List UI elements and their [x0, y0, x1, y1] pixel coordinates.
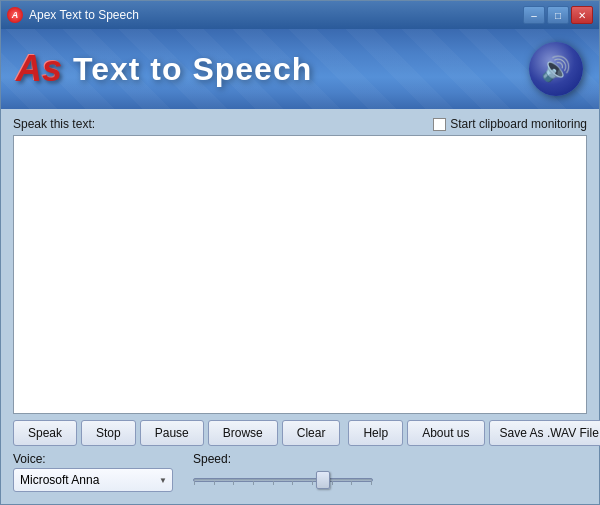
speed-slider-track	[193, 470, 373, 490]
bottom-controls-row: Voice: Microsoft Anna Microsoft Sam Micr…	[13, 452, 587, 496]
tick-4	[253, 481, 254, 485]
window-title: Apex Text to Speech	[29, 8, 139, 22]
speak-label: Speak this text:	[13, 117, 95, 131]
stop-button[interactable]: Stop	[81, 420, 136, 446]
text-area-section: Speak this text: Start clipboard monitor…	[13, 117, 587, 414]
tick-2	[214, 481, 215, 485]
title-bar-left: A Apex Text to Speech	[7, 7, 139, 23]
voice-label: Voice:	[13, 452, 173, 466]
speed-section: Speed:	[193, 452, 587, 492]
tick-6	[292, 481, 293, 485]
title-bar: A Apex Text to Speech – □ ✕	[1, 1, 599, 29]
minimize-button[interactable]: –	[523, 6, 545, 24]
text-input-wrapper	[13, 135, 587, 414]
speed-slider-ticks	[194, 481, 372, 485]
speaker-circle: 🔊	[529, 42, 583, 96]
tick-5	[273, 481, 274, 485]
logo-area: As Text to Speech	[17, 47, 312, 91]
voice-section: Voice: Microsoft Anna Microsoft Sam Micr…	[13, 452, 173, 492]
speak-button[interactable]: Speak	[13, 420, 77, 446]
pause-button[interactable]: Pause	[140, 420, 204, 446]
logo-icon: As	[17, 47, 61, 91]
app-window: A Apex Text to Speech – □ ✕ As Text to S…	[0, 0, 600, 505]
tick-3	[233, 481, 234, 485]
speaker-icon: 🔊	[541, 55, 571, 83]
help-button[interactable]: Help	[348, 420, 403, 446]
main-content: Speak this text: Start clipboard monitor…	[1, 109, 599, 504]
app-title: Text to Speech	[73, 51, 312, 88]
clipboard-checkbox[interactable]	[433, 118, 446, 131]
app-header: As Text to Speech 🔊	[1, 29, 599, 109]
tick-10	[371, 481, 372, 485]
about-us-button[interactable]: About us	[407, 420, 484, 446]
maximize-button[interactable]: □	[547, 6, 569, 24]
close-button[interactable]: ✕	[571, 6, 593, 24]
save-wav-button[interactable]: Save As .WAV File	[489, 420, 600, 446]
tick-1	[194, 481, 195, 485]
clear-button[interactable]: Clear	[282, 420, 341, 446]
speed-slider-thumb[interactable]	[316, 471, 330, 489]
speed-label: Speed:	[193, 452, 587, 466]
speed-slider-container	[193, 468, 587, 492]
text-area-header: Speak this text: Start clipboard monitor…	[13, 117, 587, 131]
clipboard-monitoring[interactable]: Start clipboard monitoring	[433, 117, 587, 131]
tick-9	[351, 481, 352, 485]
browse-button[interactable]: Browse	[208, 420, 278, 446]
window-controls: – □ ✕	[523, 6, 593, 24]
tick-7	[312, 481, 313, 485]
speed-slider-rail	[193, 478, 373, 482]
logo-letters: As	[16, 51, 62, 87]
action-buttons-row: Speak Stop Pause Browse Clear Help About…	[13, 420, 587, 446]
speak-text-input[interactable]	[14, 136, 586, 413]
voice-dropdown[interactable]: Microsoft Anna Microsoft Sam Microsoft M…	[13, 468, 173, 492]
voice-select-wrapper: Microsoft Anna Microsoft Sam Microsoft M…	[13, 468, 173, 492]
tick-8	[332, 481, 333, 485]
app-icon: A	[7, 7, 23, 23]
speaker-graphic: 🔊	[529, 42, 583, 96]
clipboard-label: Start clipboard monitoring	[450, 117, 587, 131]
